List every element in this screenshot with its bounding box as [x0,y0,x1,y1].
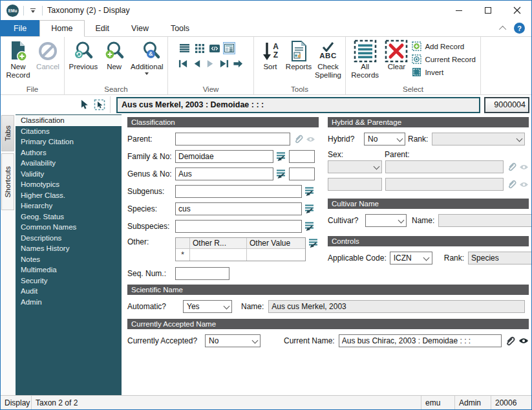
invert-selection-icon [412,67,421,77]
maximize-button[interactable] [473,1,502,20]
lookup-list-icon[interactable] [275,151,286,162]
current-name-input[interactable] [339,334,502,347]
lookup-list-icon[interactable] [304,221,315,232]
sort-button[interactable]: AZ Sort [256,38,284,71]
parent-input[interactable] [175,133,290,146]
tab-view[interactable]: View [120,20,160,36]
other-value-cell[interactable] [247,249,305,261]
field-row-currently-accepted: Currently Accepted? No Current Name: [127,334,529,347]
check-spelling-button[interactable]: ABC Check Spelling [313,38,343,80]
close-button[interactable] [502,1,531,20]
tab-home[interactable]: Home [39,20,84,37]
sidebar-item-audit[interactable]: Audit [16,286,122,297]
tab-tools[interactable]: Tools [160,20,200,36]
currently-accepted-combo[interactable]: No [205,334,261,347]
search-additional-button[interactable]: & Additional [129,38,165,75]
family-input[interactable] [175,150,273,163]
subgenus-input[interactable] [175,185,302,198]
tab-edit[interactable]: Edit [85,20,121,36]
seqnum-input[interactable] [175,267,229,280]
attach-icon[interactable] [505,336,516,347]
sidebar-item-validity[interactable]: Validity [16,169,122,180]
current-record-icon [412,54,421,64]
sidebar-item-geog-status[interactable]: Geog. Status [16,211,122,222]
search-previous-label: Previous [69,63,98,71]
sidebar-item-security[interactable]: Security [16,275,122,286]
other-rank-cell[interactable] [190,249,247,261]
sidebar-item-availability[interactable]: Availability [16,158,122,169]
add-record-label: Add Record [425,43,464,50]
abc-glyph: ABC [319,52,336,60]
form-view-icon[interactable] [223,42,235,54]
applicable-code-combo[interactable]: ICZN [390,252,432,264]
field-row-parent1 [328,160,529,173]
scientific-name-input [268,300,525,313]
sidebar-item-common-names[interactable]: Common Names [16,222,122,233]
sidebar-item-classification[interactable]: Classification [16,115,122,126]
first-record-icon[interactable] [178,59,188,69]
genus-input[interactable] [175,167,273,180]
sex-parent-labels-row: Sex: Parent: [328,150,529,159]
parent2-input [385,178,504,191]
clear-selection-button[interactable]: Clear [382,38,410,71]
marquee-select-icon[interactable] [94,99,105,111]
pointer-cursor-icon[interactable] [80,100,89,110]
side-tab-shortcuts[interactable]: Shortcuts [1,153,14,210]
sort-label: Sort [263,63,277,71]
lookup-list-icon[interactable] [304,204,315,214]
sidebar-item-notes[interactable]: Notes [16,254,122,265]
add-record-button[interactable]: Add Record [412,41,476,51]
collapse-ribbon-icon[interactable] [499,25,506,32]
sidebar-item-descriptions[interactable]: Descriptions [16,233,122,244]
sidebar-item-homotypics[interactable]: Homotypics [16,179,122,190]
view-attached-icon[interactable] [518,337,529,345]
sidebar-item-authors[interactable]: Authors [16,147,122,158]
cultivar-name-label: Name: [412,216,434,225]
automatic-label: Automatic? [127,302,183,311]
minimize-button[interactable] [444,1,473,20]
invert-selection-button[interactable]: Invert [412,67,476,77]
search-previous-button[interactable]: Previous [67,38,100,71]
automatic-combo[interactable]: Yes [183,300,232,313]
code-view-icon[interactable] [208,42,220,54]
sidebar-item-admin[interactable]: Admin [16,297,122,308]
last-record-icon[interactable] [219,59,229,69]
field-row-hybrid: Hybrid? No Rank: [328,133,529,146]
genus-number-input[interactable] [289,167,315,180]
sidebar-item-higher-class[interactable]: Higher Class. [16,190,122,201]
hybrid-combo[interactable]: No [364,133,405,146]
sidebar-item-citations[interactable]: Citations [16,126,122,137]
sidebar-item-names-history[interactable]: Names History [16,243,122,254]
field-row-applicable-code: Applicable Code: ICZN Rank: [328,252,529,264]
sidebar-item-hierarchy[interactable]: Hierarchy [16,200,122,211]
controls-rank-label: Rank: [444,254,464,263]
sidebar-item-multimedia[interactable]: Multimedia [16,264,122,275]
lookup-list-icon[interactable] [308,238,319,248]
lookup-list-icon[interactable] [304,186,315,197]
side-tab-tabs[interactable]: Tabs [1,115,14,151]
check-spelling-label: Check Spelling [315,63,341,80]
list-view-icon[interactable] [178,42,191,54]
quick-access-dropdown[interactable] [28,8,37,13]
current-record-button[interactable]: Current Record [412,54,476,64]
help-icon[interactable]: ? [514,23,525,34]
field-row-genus: Genus & No: [127,167,319,180]
family-number-input[interactable] [289,150,315,163]
lookup-list-icon[interactable] [275,169,286,179]
grid-view-icon[interactable] [193,42,206,54]
previous-record-icon[interactable] [192,59,202,69]
sidebar-item-primary-citation[interactable]: Primary Citation [16,136,122,147]
new-record-button[interactable]: New Record [3,38,34,80]
field-row-automatic: Automatic? Yes Name: [127,300,529,313]
title-bar: EMu Taxonomy (2) - Display [1,1,531,20]
field-row-subspecies: Subspecies: [127,220,319,233]
goto-record-icon[interactable] [233,59,243,69]
reports-button[interactable]: Reports [284,38,313,71]
subspecies-input[interactable] [175,220,302,233]
cultivar-combo[interactable] [365,214,407,227]
all-records-button[interactable]: All Records [348,38,382,80]
tab-file[interactable]: File [1,20,39,36]
search-new-button[interactable]: New [100,38,129,71]
close-icon [513,6,521,14]
species-input[interactable] [175,202,302,215]
